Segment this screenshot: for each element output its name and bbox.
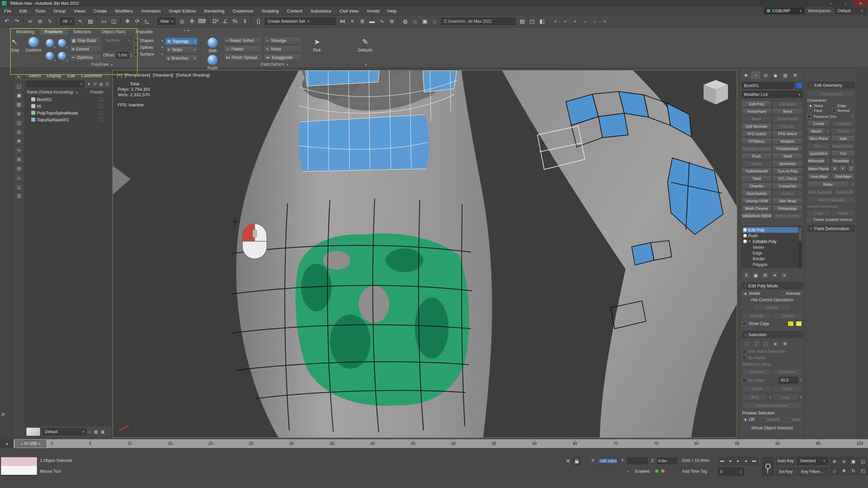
polydraw-tool-button[interactable]: ✂ Optimize bbox=[70, 54, 101, 61]
modifier-button[interactable]: Fillet/Chamfer bbox=[772, 212, 803, 219]
modifier-button[interactable]: Edit Poly bbox=[742, 101, 772, 107]
scene-explorer-row[interactable]: Box001 bbox=[25, 96, 112, 103]
selection-header[interactable]: Selection bbox=[742, 331, 803, 338]
zoom-extents-icon[interactable]: ▣ bbox=[849, 457, 858, 466]
zoom-all-icon[interactable]: ⊛ bbox=[840, 457, 848, 466]
macro-recorder-pane[interactable] bbox=[1, 457, 37, 466]
maxscript-mini-listener[interactable] bbox=[1, 457, 37, 476]
constraint-radio[interactable]: None bbox=[809, 104, 831, 108]
modifier-button[interactable]: Retopology bbox=[772, 205, 803, 212]
modifier-button[interactable]: FFD 3x3x3 bbox=[742, 130, 772, 137]
pan-view-icon[interactable]: ✥ bbox=[840, 466, 848, 475]
stack-row[interactable]: Border bbox=[743, 256, 798, 262]
go-to-start-icon[interactable]: ◀◀ bbox=[718, 457, 726, 465]
toggle-ribbon-icon[interactable]: ▬ bbox=[367, 17, 377, 26]
modifier-button[interactable]: Turn to Poly bbox=[772, 168, 803, 175]
dock-tool-icon-14[interactable]: ☰ bbox=[15, 192, 23, 200]
ribbon-tab[interactable]: Modeling bbox=[12, 28, 39, 35]
modifier-button[interactable]: VertexPaint bbox=[742, 108, 772, 115]
frozen-cell[interactable] bbox=[95, 118, 110, 122]
select-and-rotate-icon[interactable]: ⟳ bbox=[133, 17, 142, 26]
paint-deform-tool-button[interactable]: ≫ Exaggerate bbox=[264, 54, 302, 61]
spinner-arrows-icon[interactable]: ▲▼ bbox=[88, 430, 91, 434]
viewport-general-menu[interactable]: [+] bbox=[117, 73, 122, 78]
explorer-menu-item[interactable]: Edit bbox=[64, 73, 78, 78]
modifier-button[interactable]: Mesh Cleaner bbox=[742, 205, 772, 212]
visibility-toggle-icon[interactable] bbox=[743, 234, 747, 238]
modifier-button[interactable]: TurboSmooth bbox=[742, 168, 772, 175]
vertex-icon[interactable]: ∷ bbox=[743, 340, 751, 347]
edit-geometry-button[interactable]: Unhide All bbox=[834, 189, 855, 195]
paint-deform-tool-button[interactable]: ▭ Flatten bbox=[224, 45, 262, 53]
menu-item[interactable]: Content bbox=[283, 7, 307, 15]
repeat-last-button[interactable]: Repeat Last bbox=[807, 90, 855, 97]
selection-filter-dropdown[interactable]: All▾ bbox=[60, 18, 74, 25]
previous-frame-icon[interactable]: ◀ bbox=[726, 457, 734, 465]
extra-tool-icon[interactable]: ● bbox=[570, 17, 580, 26]
y-coordinate-field[interactable] bbox=[627, 458, 648, 464]
maximize-viewport-icon[interactable]: ◰ bbox=[859, 466, 867, 475]
schematic-view-icon[interactable]: ⧉ bbox=[387, 17, 396, 26]
display-tab-icon[interactable]: ▤ bbox=[781, 72, 790, 79]
preview-off-radio[interactable]: Off bbox=[744, 417, 754, 422]
menu-item[interactable]: Graph Editors bbox=[165, 7, 200, 15]
dock-tool-icon-11[interactable]: ⊟ bbox=[15, 165, 23, 172]
edit-geometry-button[interactable]: Copy bbox=[807, 210, 830, 216]
edit-geometry-header[interactable]: Edit Geometry bbox=[807, 82, 855, 88]
hide-unselected-button[interactable]: Hide Unselected bbox=[807, 197, 855, 203]
preview-multi-radio[interactable]: Multi bbox=[787, 417, 801, 422]
preview-subobj-radio[interactable]: SubObj bbox=[761, 417, 780, 422]
field-of-view-icon[interactable]: ◇ bbox=[830, 466, 839, 475]
modifier-list-dropdown[interactable]: Modifier List ▾ bbox=[742, 91, 803, 98]
unlink-selection-icon[interactable]: ⊘ bbox=[35, 17, 45, 26]
workspace-switcher-button[interactable]: CGBUMP ▾ bbox=[764, 7, 805, 14]
motion-tab-icon[interactable]: ◉ bbox=[771, 72, 780, 79]
next-frame-arrow-icon[interactable]: ▸ bbox=[39, 442, 40, 445]
settings-button[interactable]: Settings bbox=[742, 312, 771, 319]
modifier-button[interactable]: OpenSubdiv bbox=[742, 190, 772, 197]
lock-explorer-icon[interactable]: ⊙ bbox=[92, 81, 98, 87]
named-selection-sets-field[interactable]: Create Selection Set▾ bbox=[265, 18, 336, 25]
polydraw-toggle[interactable]: Splines ▾ bbox=[134, 45, 163, 50]
modifier-button[interactable]: Bevel Profile bbox=[772, 116, 803, 122]
stack-row[interactable]: Edge bbox=[743, 250, 798, 256]
add-time-tag[interactable]: Add Time Tag bbox=[682, 469, 707, 474]
paint-deform-big-button[interactable]: Shift bbox=[203, 37, 222, 53]
modifier-button[interactable]: Surface bbox=[772, 190, 803, 197]
edit-geometry-button[interactable]: Detach bbox=[831, 128, 855, 134]
modifier-button[interactable]: FFD(box) bbox=[742, 138, 772, 145]
project-path-field[interactable]: C:\Users\UI...ds Max 2022 bbox=[441, 18, 516, 25]
checkbox-icon[interactable] bbox=[134, 39, 138, 43]
polydraw-panel-label[interactable]: PolyDraw ▾ bbox=[3, 62, 200, 67]
paint-deform-tool-button[interactable]: ≈ Relax/ Soften bbox=[224, 37, 262, 44]
name-column-header[interactable]: Name (Sorted Ascending) ▲ bbox=[27, 90, 91, 95]
zoom-extents-all-icon[interactable]: ◱ bbox=[859, 457, 867, 466]
polydraw-mode-button[interactable]: ψ Branches ▾ bbox=[165, 55, 198, 62]
layer-explorer-icon[interactable]: ≣ bbox=[357, 17, 367, 26]
dock-tool-icon-2[interactable]: ▢ bbox=[15, 82, 23, 90]
border-icon[interactable]: ▢ bbox=[762, 340, 770, 347]
conform-option-icon-2[interactable]: ▾ bbox=[56, 37, 68, 49]
edit-geometry-button[interactable]: QuickSlice bbox=[807, 150, 830, 157]
viewport-shading-menu[interactable]: [Default Shading] bbox=[176, 73, 210, 78]
zoom-icon[interactable]: ⊕ bbox=[830, 457, 839, 466]
paint-deform-tool-button[interactable]: ⋈ Pinch/ Spread bbox=[224, 54, 262, 61]
mirror-icon[interactable]: ⋈ bbox=[338, 17, 347, 26]
rectangular-selection-region-icon[interactable]: ▭ bbox=[99, 17, 109, 26]
spinner-arrows-icon[interactable]: ▲▼ bbox=[130, 53, 132, 57]
grow-button[interactable]: Grow bbox=[773, 385, 802, 392]
menu-item[interactable]: Substance bbox=[307, 7, 335, 15]
conform-button[interactable]: Conform bbox=[25, 36, 42, 62]
select-and-scale-icon[interactable]: ◺ bbox=[142, 17, 152, 26]
cage-selected-color-swatch[interactable] bbox=[796, 321, 802, 326]
dock-tool-icon-3[interactable]: ▣ bbox=[15, 92, 23, 99]
go-to-end-icon[interactable]: ▶▶ bbox=[751, 457, 758, 465]
explorer-menu-item[interactable]: Select bbox=[25, 73, 44, 78]
window-crossing-icon[interactable]: ◫ bbox=[109, 17, 119, 26]
menu-item[interactable]: Arnold bbox=[362, 7, 383, 15]
axis-button[interactable]: Z bbox=[847, 165, 855, 172]
polydraw-toggle[interactable]: Shapes ▾ bbox=[134, 38, 163, 43]
dock-tool-icon-12[interactable]: ◇ bbox=[15, 174, 23, 181]
scripting-pane[interactable] bbox=[1, 466, 37, 475]
dock-tool-icon-6[interactable]: ◫ bbox=[15, 119, 23, 126]
